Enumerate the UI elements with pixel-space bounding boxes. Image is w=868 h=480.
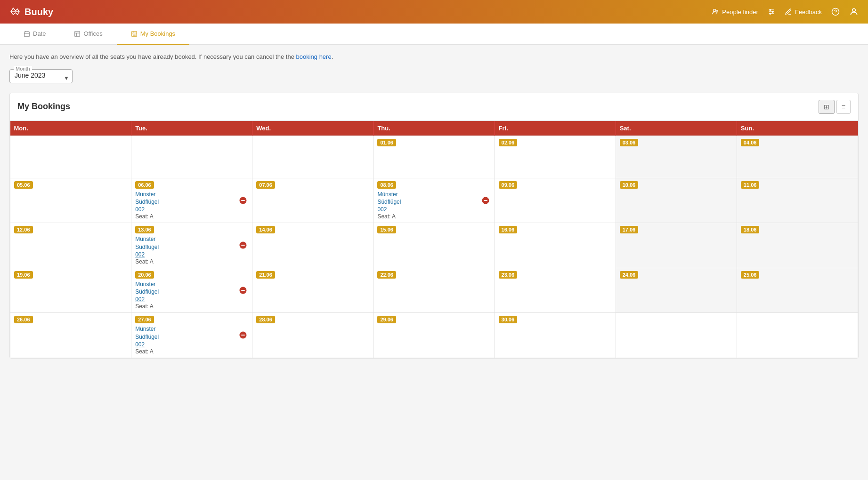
cancel-booking-button[interactable] [238, 330, 248, 342]
booking-room[interactable]: 002 [135, 251, 238, 258]
calendar-cell-3-1: 20.06MünsterSüdflügel002Seat: A [131, 268, 252, 313]
booking-seat: Seat: A [377, 213, 396, 220]
feedback-button[interactable]: Feedback [785, 8, 822, 16]
help-button[interactable] [831, 8, 840, 16]
booking-link[interactable]: booking here [296, 53, 331, 60]
people-finder-button[interactable]: People finder [712, 8, 758, 16]
booking-room[interactable]: 002 [377, 206, 480, 213]
calendar-cell-2-0: 12.06 [10, 223, 131, 268]
bookings-icon [131, 31, 138, 37]
calendar-cell-1-3: 08.06MünsterSüdflügel002Seat: A [373, 178, 495, 223]
date-badge: 12.06 [14, 226, 33, 233]
user-icon [849, 7, 859, 16]
grid-view-button[interactable]: ⊞ [819, 100, 835, 114]
calendar-cell-0-6: 04.06 [737, 136, 858, 178]
cancel-booking-button[interactable] [238, 195, 248, 207]
calendar-cell-2-6: 18.06 [737, 223, 858, 268]
help-icon [831, 8, 840, 16]
feedback-icon [785, 8, 792, 16]
booking-entry: MünsterSüdflügel002Seat: A [135, 191, 248, 220]
calendar-cell-3-4: 23.06 [495, 268, 616, 313]
month-select[interactable]: January 2023 February 2023 March 2023 Ap… [15, 72, 67, 79]
booking-seat: Seat: A [135, 303, 154, 310]
tab-date-label: Date [33, 30, 46, 37]
people-finder-label: People finder [722, 8, 758, 16]
list-view-button[interactable]: ≡ [836, 100, 851, 114]
calendar-cell-3-6: 25.06 [737, 268, 858, 313]
settings-button[interactable] [768, 8, 775, 16]
offices-icon [74, 31, 81, 37]
month-label: Month [14, 66, 32, 72]
cancel-icon [481, 196, 490, 205]
date-badge: 04.06 [741, 139, 760, 146]
cancel-booking-button[interactable] [238, 285, 248, 297]
booking-info: MünsterSüdflügel002Seat: A [135, 191, 238, 220]
calendar-cell-3-5: 24.06 [616, 268, 737, 313]
day-fri: Fri. [495, 121, 616, 136]
date-badge: 06.06 [135, 181, 154, 189]
booking-wing: Südflügel [135, 243, 238, 251]
calendar-cell-4-5 [616, 313, 737, 358]
booking-room[interactable]: 002 [135, 206, 238, 213]
booking-room[interactable]: 002 [135, 296, 238, 303]
calendar-cell-1-2: 07.06 [252, 178, 373, 223]
date-badge: 05.06 [14, 181, 33, 189]
calendar-table: Mon. Tue. Wed. Thu. Fri. Sat. Sun. 01.06… [10, 121, 858, 358]
calendar-cell-0-1 [131, 136, 252, 178]
booking-seat: Seat: A [135, 258, 154, 265]
header: Buuky People finder [0, 0, 868, 24]
calendar-header-row: Mon. Tue. Wed. Thu. Fri. Sat. Sun. [10, 121, 858, 136]
booking-info: MünsterSüdflügel002Seat: A [135, 280, 238, 310]
booking-seat: Seat: A [135, 213, 154, 220]
booking-room[interactable]: 002 [135, 341, 238, 348]
info-text-content: Here you have an overview of all the sea… [9, 53, 296, 60]
booking-office: Münster [135, 281, 155, 288]
user-avatar-button[interactable] [849, 7, 859, 16]
tab-offices-label: Offices [83, 30, 102, 37]
date-badge: 08.06 [377, 181, 396, 189]
date-badge: 02.06 [499, 139, 518, 146]
cancel-booking-button[interactable] [480, 195, 491, 207]
booking-entry: MünsterSüdflügel002Seat: A [135, 280, 248, 310]
date-badge: 10.06 [620, 181, 639, 189]
cancel-icon [239, 331, 247, 339]
booking-wing: Südflügel [135, 333, 238, 341]
bookings-section: My Bookings ⊞ ≡ Mon. Tue. Wed. Thu. Fri.… [9, 93, 859, 359]
settings-icon [768, 8, 775, 16]
cancel-icon [239, 196, 247, 205]
date-badge: 17.06 [620, 226, 639, 233]
date-badge: 25.06 [741, 271, 760, 279]
calendar-cell-1-6: 11.06 [737, 178, 858, 223]
booking-entry: MünsterSüdflügel002Seat: A [135, 325, 248, 355]
calendar-cell-3-0: 19.06 [10, 268, 131, 313]
calendar-cell-0-5: 03.06 [616, 136, 737, 178]
date-badge: 28.06 [256, 316, 275, 323]
date-badge: 09.06 [499, 181, 518, 189]
calendar-week-5: 26.0627.06MünsterSüdflügel002Seat: A28.0… [10, 313, 858, 358]
booking-wing: Südflügel [135, 288, 238, 296]
calendar-cell-2-1: 13.06MünsterSüdflügel002Seat: A [131, 223, 252, 268]
svg-point-6 [772, 11, 773, 13]
calendar-cell-4-4: 30.06 [495, 313, 616, 358]
tab-my-bookings-label: My Bookings [140, 30, 175, 37]
svg-point-0 [714, 9, 716, 12]
tab-date[interactable]: Date [9, 24, 60, 45]
tab-offices[interactable]: Offices [60, 24, 116, 45]
cancel-booking-button[interactable] [238, 240, 248, 252]
header-actions: People finder Feedback [712, 7, 859, 16]
date-badge: 20.06 [135, 271, 154, 279]
date-badge: 22.06 [377, 271, 396, 279]
logo[interactable]: Buuky [9, 6, 712, 17]
booking-entry: MünsterSüdflügel002Seat: A [377, 191, 490, 220]
logo-text: Buuky [24, 7, 53, 17]
svg-point-10 [852, 8, 856, 12]
month-selector-wrapper: Month January 2023 February 2023 March 2… [9, 69, 73, 83]
calendar-cell-1-0: 05.06 [10, 178, 131, 223]
calendar-week-2: 05.0606.06MünsterSüdflügel002Seat: A07.0… [10, 178, 858, 223]
tab-my-bookings[interactable]: My Bookings [117, 24, 189, 45]
calendar-cell-0-3: 01.06 [373, 136, 495, 178]
day-thu: Thu. [373, 121, 495, 136]
day-sun: Sun. [737, 121, 858, 136]
date-badge: 26.06 [14, 316, 33, 323]
bookings-header: My Bookings ⊞ ≡ [10, 93, 858, 121]
